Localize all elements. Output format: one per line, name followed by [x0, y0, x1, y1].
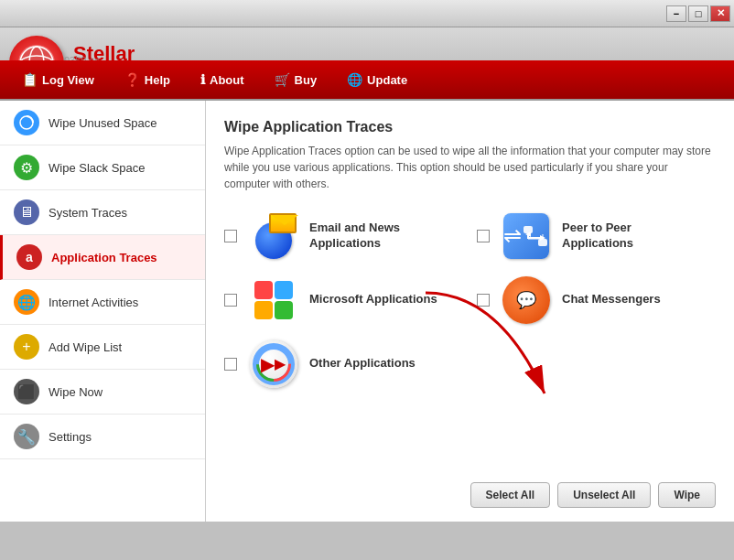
sidebar-item-wipe-slack[interactable]: ⚙ Wipe Slack Space	[0, 145, 205, 190]
email-app-icon	[251, 213, 297, 259]
main-layout: Wipe Unused Space ⚙ Wipe Slack Space 🖥 S…	[0, 101, 734, 522]
email-icon-wrap	[248, 210, 298, 261]
office-checkbox[interactable]	[224, 294, 237, 307]
sidebar-item-internet[interactable]: 🌐 Internet Activities	[0, 280, 205, 325]
sidebar-item-add-wipe[interactable]: + Add Wipe List	[0, 325, 205, 370]
app-grid: Email and NewsApplications	[224, 210, 716, 325]
sidebar-item-wipe-unused[interactable]: Wipe Unused Space	[0, 101, 205, 145]
office-app-icon	[251, 277, 297, 323]
sidebar-item-wipe-now[interactable]: ⬛ Wipe Now	[0, 370, 205, 415]
envelope-icon	[269, 213, 297, 233]
unselect-all-button[interactable]: Unselect All	[557, 482, 651, 508]
select-all-button[interactable]: Select All	[470, 482, 551, 508]
wipe-now-label: Wipe Now	[49, 385, 103, 399]
bottom-bar: Select All Unselect All Wipe	[470, 482, 716, 508]
other-checkbox[interactable]	[224, 358, 237, 371]
content-area: Wipe Application Traces Wipe Application…	[206, 101, 734, 522]
nav-about-label: About	[210, 73, 244, 87]
title-bar: − □ ✕	[0, 0, 734, 27]
nav-about[interactable]: ℹ About	[188, 67, 257, 92]
internet-icon: 🌐	[14, 289, 39, 315]
nav-update-label: Update	[367, 73, 407, 87]
buy-icon: 🛒	[275, 72, 290, 87]
svg-rect-6	[538, 239, 547, 246]
app-item-office: Microsoft Applications	[224, 275, 463, 325]
chat-label: Chat Messengers	[562, 292, 661, 307]
office-icon-wrap	[248, 275, 298, 325]
content-desc: Wipe Application Traces option can be us…	[224, 143, 716, 192]
minimize-button[interactable]: −	[666, 5, 686, 22]
chat-app-icon: 💬	[502, 276, 550, 324]
p2p-label: Peer to PeerApplications	[562, 221, 633, 252]
nav-buy-label: Buy	[295, 73, 318, 87]
internet-label: Internet Activities	[49, 296, 138, 309]
wipe-button[interactable]: Wipe	[658, 482, 716, 508]
wipe-unused-label: Wipe Unused Space	[49, 116, 157, 130]
content-title: Wipe Application Traces	[224, 119, 716, 135]
sidebar-item-settings[interactable]: 🔧 Settings	[0, 415, 205, 459]
settings-label: Settings	[49, 430, 92, 444]
nav-update[interactable]: 🌐 Update	[334, 67, 420, 92]
add-wipe-label: Add Wipe List	[49, 340, 122, 354]
settings-icon: 🔧	[14, 424, 39, 449]
nav-buy[interactable]: 🛒 Buy	[262, 67, 330, 92]
app-item-p2p: Peer to PeerApplications	[477, 210, 716, 261]
email-checkbox[interactable]	[224, 230, 237, 242]
wipe-slack-icon: ⚙	[14, 155, 39, 180]
svg-rect-5	[524, 226, 533, 233]
office-label: Microsoft Applications	[309, 292, 437, 307]
sidebar: Wipe Unused Space ⚙ Wipe Slack Space 🖥 S…	[0, 101, 206, 522]
p2p-app-icon	[503, 213, 549, 259]
system-traces-label: System Traces	[49, 206, 127, 220]
sidebar-item-app-traces[interactable]: a Application Traces	[0, 235, 205, 280]
about-icon: ℹ	[200, 72, 205, 87]
app-traces-label: Application Traces	[51, 251, 157, 264]
other-icon-wrap: ▶	[248, 339, 298, 389]
update-icon: 🌐	[347, 72, 362, 87]
p2p-icon-wrap	[501, 210, 551, 261]
nav-help-label: Help	[145, 73, 170, 87]
logview-icon: 📋	[22, 72, 38, 87]
app-item-chat: 💬 Chat Messengers	[477, 275, 716, 325]
email-label: Email and NewsApplications	[309, 221, 400, 252]
other-label: Other Applications	[309, 356, 416, 372]
app-item-email: Email and NewsApplications	[224, 210, 463, 261]
p2p-checkbox[interactable]	[477, 230, 490, 242]
header: Stellar File Wipe 0350.cn 📋 Log View ❓ H…	[0, 27, 734, 101]
app-item-other: ▶ Other Applications	[224, 339, 716, 389]
chat-checkbox[interactable]	[477, 294, 490, 307]
wipe-slack-label: Wipe Slack Space	[49, 161, 146, 175]
sidebar-item-system-traces[interactable]: 🖥 System Traces	[0, 190, 205, 235]
help-icon: ❓	[124, 72, 140, 87]
wipe-now-icon: ⬛	[14, 379, 39, 404]
close-button[interactable]: ✕	[710, 5, 730, 22]
navbar: 📋 Log View ❓ Help ℹ About 🛒 Buy 🌐 Update	[0, 60, 734, 99]
nav-help[interactable]: ❓ Help	[112, 67, 183, 92]
nav-logview-label: Log View	[42, 73, 94, 87]
restore-button[interactable]: □	[688, 5, 708, 22]
other-app-icon: ▶	[250, 340, 297, 388]
wipe-unused-icon	[14, 110, 39, 135]
system-traces-icon: 🖥	[14, 199, 39, 225]
app-traces-icon: a	[16, 244, 42, 270]
add-wipe-icon: +	[14, 334, 39, 360]
nav-logview[interactable]: 📋 Log View	[9, 67, 107, 92]
chat-icon-wrap: 💬	[501, 275, 551, 325]
